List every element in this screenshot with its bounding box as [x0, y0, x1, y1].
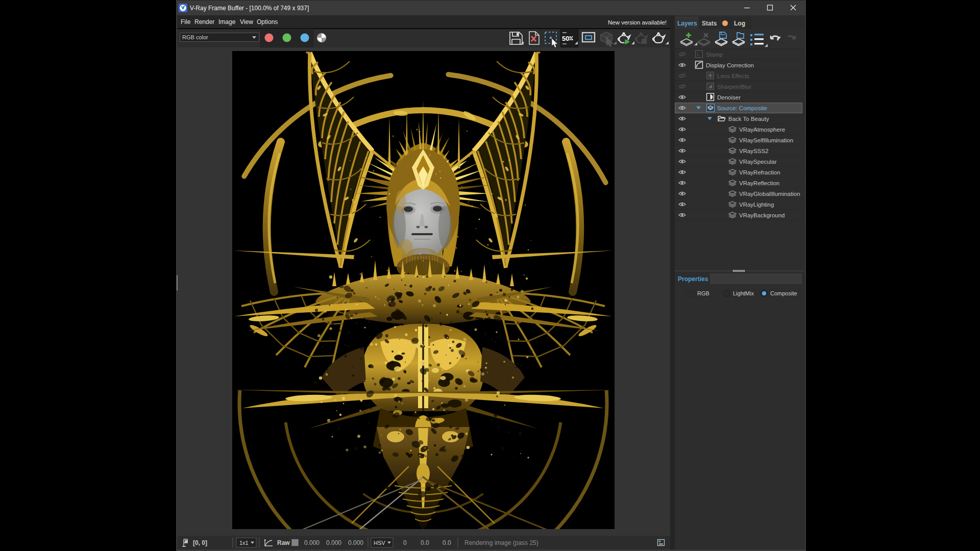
svg-text:Display Correction: Display Correction	[706, 62, 754, 68]
svg-text:Sharpen/Blur: Sharpen/Blur	[717, 84, 751, 90]
svg-text:0.0: 0.0	[443, 539, 451, 546]
svg-text:Source: Composite: Source: Composite	[717, 105, 767, 111]
svg-text:0: 0	[403, 539, 407, 546]
svg-text:VRayReflection: VRayReflection	[739, 180, 779, 186]
svg-text:[0, 0]: [0, 0]	[193, 539, 207, 546]
svg-text:i.: i.	[697, 52, 700, 57]
svg-text:Denoiser: Denoiser	[717, 94, 741, 101]
svg-text:Lens Effects: Lens Effects	[717, 73, 749, 79]
svg-text:0.000: 0.000	[348, 539, 363, 546]
svg-text:HSV: HSV	[374, 540, 385, 546]
svg-text:VRayRefraction: VRayRefraction	[739, 169, 780, 176]
svg-text:VRayBackground: VRayBackground	[739, 212, 785, 218]
svg-text:VRayGlobalIllumination: VRayGlobalIllumination	[739, 191, 800, 197]
svg-text:0.0: 0.0	[421, 539, 429, 546]
svg-text:Raw: Raw	[277, 539, 290, 546]
svg-text:Stamp: Stamp	[706, 52, 723, 58]
svg-text:1x1: 1x1	[239, 540, 249, 546]
svg-text:VRayAtmosphere: VRayAtmosphere	[739, 127, 785, 133]
svg-text:VRaySelfIllumination: VRaySelfIllumination	[739, 137, 793, 143]
svg-text:Back To Beauty: Back To Beauty	[728, 116, 769, 122]
svg-text:0.000: 0.000	[326, 539, 341, 546]
svg-text:Rendering image (pass 25): Rendering image (pass 25)	[464, 539, 538, 546]
svg-text:0.000: 0.000	[304, 539, 320, 546]
svg-text:VRayLighting: VRayLighting	[739, 202, 774, 208]
svg-text:50: 50	[562, 35, 569, 42]
svg-text:VRaySSS2: VRaySSS2	[739, 148, 769, 154]
svg-text:VRaySpecular: VRaySpecular	[739, 159, 777, 165]
